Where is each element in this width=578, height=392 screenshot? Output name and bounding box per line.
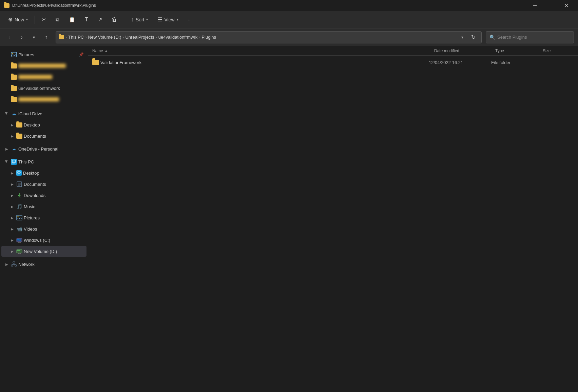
rename-button[interactable]: T [81, 14, 92, 26]
thispc-newvolume-icon [16, 249, 22, 254]
paste-button[interactable]: 📋 [65, 14, 79, 26]
svg-rect-30 [13, 262, 15, 263]
col-header-date[interactable]: Date modified [433, 46, 494, 55]
breadcrumb-ue4: ue4validationfrmwrk [158, 35, 198, 40]
breadcrumb-plugins: Plugins [201, 35, 216, 40]
minimize-button[interactable]: ─ [527, 0, 543, 11]
address-bar[interactable]: › This PC › New Volume (D:) › UnrealProj… [56, 31, 482, 43]
maximize-button[interactable]: □ [543, 0, 558, 11]
svg-rect-32 [15, 265, 17, 266]
more-button[interactable]: ··· [184, 14, 196, 26]
svg-point-16 [18, 216, 19, 217]
up-button[interactable]: ↑ [41, 32, 52, 43]
sidebar-item-thispc[interactable]: ▶ This PC [1, 156, 86, 167]
pin-icon: 📌 [79, 52, 84, 57]
col-header-type[interactable]: Type [494, 46, 541, 55]
sidebar-item-icloud-desktop[interactable]: ▶ Desktop [1, 119, 86, 130]
expand-thispc-downloads-icon: ▶ [9, 193, 15, 198]
onedrive-icon: ☁ [11, 146, 17, 152]
folder-icon-blurred3 [11, 97, 17, 102]
svg-rect-15 [17, 215, 22, 220]
sidebar-item-icloud[interactable]: ▶ ☁ iCloud Drive [1, 108, 86, 119]
sidebar-item-thispc-downloads[interactable]: ▶ Downloads [1, 190, 86, 201]
sidebar-item-thispc-newvolume[interactable]: ▶ New Volume (D:) [1, 246, 86, 257]
thispc-music-icon: 🎵 [16, 203, 22, 210]
cut-button[interactable]: ✂ [38, 14, 50, 26]
sidebar-icloud-documents-label: Documents [24, 134, 84, 139]
svg-rect-18 [17, 239, 19, 240]
address-dropdown-button[interactable]: ▾ [458, 33, 466, 41]
search-bar[interactable]: 🔍 [486, 31, 574, 43]
sidebar-thispc-music-label: Music [24, 204, 84, 209]
sidebar-item-ue4[interactable]: ue4validationfrmwork [1, 83, 86, 94]
refresh-button[interactable]: ↻ [468, 32, 479, 43]
new-button[interactable]: ⊕ New ▾ [4, 14, 32, 26]
col-header-size[interactable]: Size [541, 46, 575, 55]
expand-thispc-music-icon: ▶ [9, 204, 15, 209]
expand-thispc-icon: ▶ [4, 159, 9, 164]
pictures-icon [11, 52, 17, 57]
close-button[interactable]: ✕ [558, 0, 574, 11]
column-headers: Name ▲ Date modified Type Size [88, 46, 578, 56]
sidebar-item-thispc-music[interactable]: ▶ 🎵 Music [1, 201, 86, 212]
sidebar-item-onedrive[interactable]: ▶ ☁ OneDrive - Personal [1, 143, 86, 154]
sidebar-thispc-videos-label: Videos [24, 227, 84, 232]
expand-blurred1-icon [4, 63, 9, 68]
share-button[interactable]: ↗ [94, 14, 106, 26]
sidebar-blurred-label-2 [18, 75, 52, 79]
recent-icon: ▾ [33, 35, 35, 40]
sidebar-item-icloud-documents[interactable]: ▶ Documents [1, 131, 86, 141]
table-row[interactable]: ValidationFramework 12/04/2022 16:21 Fil… [90, 57, 577, 68]
paste-icon: 📋 [69, 17, 75, 23]
forward-button[interactable]: › [16, 32, 27, 43]
title-bar-info: D:\UnrealProjects\ue4validationfrmwrk\Pl… [4, 3, 96, 8]
expand-pictures-icon [4, 52, 9, 57]
thispc-videos-icon: 📹 [16, 226, 22, 232]
up-icon: ↑ [45, 34, 47, 40]
address-folder-icon [59, 35, 64, 39]
sort-icon: ↕ [131, 17, 134, 23]
back-icon: ‹ [8, 34, 10, 40]
sidebar-item-thispc-desktop[interactable]: ▶ Desktop [1, 168, 86, 178]
svg-rect-31 [11, 265, 13, 266]
col-header-name[interactable]: Name ▲ [91, 46, 433, 55]
sort-button[interactable]: ↕ Sort ▾ [127, 14, 152, 26]
svg-point-1 [12, 53, 13, 54]
copy-button[interactable]: ⧉ [52, 14, 63, 26]
expand-icloud-icon: ▶ [4, 111, 9, 116]
sidebar-thispc-windows-label: Windows (C:) [24, 238, 84, 243]
sidebar-item-blurred-1[interactable] [1, 60, 86, 71]
thispc-downloads-icon [16, 193, 22, 198]
sidebar-item-pictures-pinned[interactable]: Pictures 📌 [1, 49, 86, 60]
view-button[interactable]: ☰ View ▾ [153, 14, 182, 26]
sidebar-item-network[interactable]: ▶ Network [1, 259, 86, 270]
delete-icon: 🗑 [112, 17, 117, 23]
recent-button[interactable]: ▾ [28, 32, 39, 43]
sidebar-item-thispc-documents[interactable]: ▶ Documents [1, 179, 86, 190]
view-icon: ☰ [157, 16, 162, 23]
folder-icon-ue4 [11, 86, 17, 91]
sidebar-thispc-label: This PC [18, 159, 84, 164]
sidebar-item-blurred-3[interactable] [1, 94, 86, 105]
network-icon [11, 261, 17, 267]
sidebar-item-thispc-pictures[interactable]: ▶ Pictures [1, 212, 86, 223]
sidebar-pictures-label: Pictures [18, 52, 77, 57]
sidebar-item-thispc-videos[interactable]: ▶ 📹 Videos [1, 223, 86, 234]
sidebar-blurred-label-3 [18, 97, 59, 101]
search-input[interactable] [497, 35, 570, 40]
file-name: ValidationFramework [100, 60, 427, 65]
back-button[interactable]: ‹ [4, 32, 15, 43]
sidebar-thispc-documents-label: Documents [24, 182, 84, 187]
folder-icon-blurred2 [11, 75, 17, 80]
sidebar-onedrive-label: OneDrive - Personal [18, 146, 84, 152]
thispc-pictures-icon [16, 215, 22, 220]
delete-button[interactable]: 🗑 [108, 14, 121, 26]
sidebar-thispc-downloads-label: Downloads [24, 193, 84, 198]
sidebar-item-blurred-2[interactable] [1, 72, 86, 82]
svg-rect-2 [12, 160, 16, 162]
expand-blurred3-icon [4, 97, 9, 102]
svg-rect-0 [11, 52, 17, 57]
expand-network-icon: ▶ [4, 261, 9, 267]
expand-onedrive-icon: ▶ [4, 146, 9, 152]
sidebar-item-thispc-windows[interactable]: ▶ Windows (C:) [1, 235, 86, 246]
